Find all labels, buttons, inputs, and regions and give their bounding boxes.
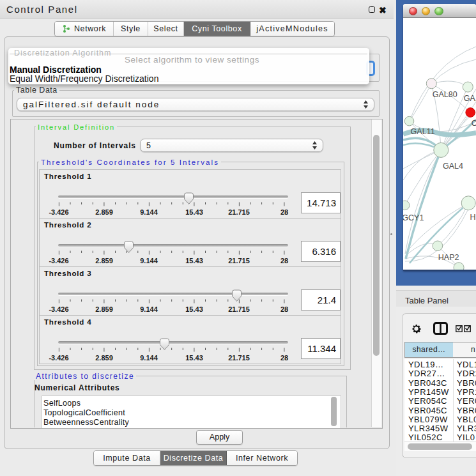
svg-text:GAL11: GAL11 — [411, 127, 435, 136]
svg-text:H: H — [470, 213, 476, 222]
svg-text:GA.: GA. — [464, 94, 476, 103]
svg-text:GCY1: GCY1 — [403, 213, 424, 222]
svg-text:HAP2: HAP2 — [438, 253, 459, 262]
svg-text:GAL80: GAL80 — [433, 90, 457, 99]
svg-text:C: C — [472, 119, 476, 128]
svg-text:GAL4: GAL4 — [443, 162, 463, 171]
